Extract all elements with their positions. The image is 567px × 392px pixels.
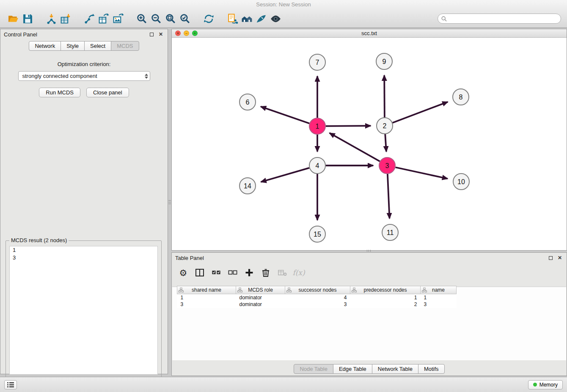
network-edge-2-9[interactable] <box>384 75 385 117</box>
open-file-icon[interactable] <box>6 11 20 26</box>
tab-network[interactable]: Network <box>29 41 61 51</box>
window-title: Session: New Session <box>0 0 567 9</box>
memory-status-dot <box>533 383 537 386</box>
settings-icon[interactable]: ⚙ <box>177 266 190 279</box>
column-header-successor-nodes[interactable]: successor nodes <box>285 286 350 294</box>
mcds-result-groupbox: MCDS result (2 nodes) 13 <box>6 240 162 378</box>
network-view-panel: scc.txt ✕ − + 7968124314101511 <box>171 29 567 251</box>
zoom-fit-icon[interactable] <box>163 11 178 26</box>
node-table-body: 1dominator4113dominator323 <box>177 294 457 308</box>
network-edge-1-2[interactable] <box>326 126 371 126</box>
mcds-result-item: 1 <box>10 246 157 254</box>
tab-select[interactable]: Select <box>84 41 111 51</box>
table-cell: 2 <box>350 301 421 308</box>
column-header-predecessor-nodes[interactable]: predecessor nodes <box>350 286 421 294</box>
network-node-14[interactable]: 14 <box>239 178 256 194</box>
network-node-6[interactable]: 6 <box>239 94 256 110</box>
zoom-window-icon[interactable]: + <box>192 30 198 36</box>
tab-style[interactable]: Style <box>61 41 85 51</box>
tab-edge-table[interactable]: Edge Table <box>333 364 372 374</box>
horizontal-splitter-handle[interactable] <box>362 250 375 252</box>
search-box[interactable] <box>438 14 561 24</box>
network-window-title: scc.txt <box>172 30 567 36</box>
network-edge-1-6[interactable] <box>261 107 309 124</box>
export-image-icon[interactable] <box>111 11 125 26</box>
toggle-visibility-icon[interactable] <box>268 11 283 26</box>
svg-text:4: 4 <box>316 162 319 169</box>
network-edge-4-14[interactable] <box>261 168 309 182</box>
close-table-panel-icon[interactable]: ✕ <box>556 254 563 261</box>
optimization-criterion-select[interactable]: strongly connected component <box>18 71 150 81</box>
table-cell: 3 <box>421 301 457 308</box>
zoom-out-icon[interactable] <box>149 11 163 26</box>
network-edge-3-10[interactable] <box>396 167 448 179</box>
mcds-result-title: MCDS result (2 nodes) <box>9 237 69 243</box>
network-edge-2-3[interactable] <box>385 134 386 152</box>
network-window-titlebar: scc.txt ✕ − + <box>172 29 567 38</box>
mcds-result-list[interactable]: 13 <box>9 246 158 375</box>
table-row[interactable]: 3dominator323 <box>177 301 457 308</box>
select-all-icon[interactable] <box>210 266 223 279</box>
node-table: shared nameMCDS rolesuccessor nodesprede… <box>177 286 457 308</box>
network-node-3[interactable]: 3 <box>379 157 395 174</box>
search-icon <box>441 16 447 22</box>
table-panel: Table Panel ✕ ⚙f(x) shared nameMCDS role… <box>171 252 567 376</box>
delete-row-icon[interactable] <box>259 266 272 279</box>
delete-table-icon <box>276 266 289 279</box>
search-input[interactable] <box>449 16 557 22</box>
svg-text:7: 7 <box>316 59 319 66</box>
import-network-from-file-icon[interactable] <box>44 11 58 26</box>
table-cell: 1 <box>177 294 236 301</box>
tab-network-table[interactable]: Network Table <box>372 364 418 374</box>
svg-text:15: 15 <box>314 231 321 238</box>
node-table-header-row: shared nameMCDS rolesuccessor nodesprede… <box>177 286 457 294</box>
network-node-15[interactable]: 15 <box>309 226 325 242</box>
task-history-button[interactable] <box>4 380 17 389</box>
tab-mcds[interactable]: MCDS <box>111 41 139 51</box>
deselect-all-icon[interactable] <box>226 266 239 279</box>
network-node-9[interactable]: 9 <box>376 53 392 69</box>
tab-motifs[interactable]: Motifs <box>418 364 445 374</box>
network-node-2[interactable]: 2 <box>377 118 393 134</box>
network-node-4[interactable]: 4 <box>309 157 325 174</box>
table-panel-tabs: Node TableEdge TableNetwork TableMotifs <box>172 364 567 374</box>
close-panel-button[interactable]: Close panel <box>86 88 129 97</box>
tab-node-table[interactable]: Node Table <box>294 364 333 374</box>
network-canvas[interactable]: 7968124314101511 <box>172 38 567 250</box>
run-mcds-button[interactable]: Run MCDS <box>39 88 80 97</box>
network-node-7[interactable]: 7 <box>309 54 325 70</box>
minimize-window-icon[interactable]: − <box>184 30 189 36</box>
zoom-in-icon[interactable] <box>135 11 149 26</box>
table-row[interactable]: 1dominator411 <box>177 294 457 301</box>
network-graph[interactable]: 7968124314101511 <box>172 38 567 250</box>
column-header-shared-name[interactable]: shared name <box>177 286 236 294</box>
column-header-mcds-role[interactable]: MCDS role <box>236 286 285 294</box>
vertical-splitter-handle[interactable] <box>168 195 171 209</box>
float-panel-icon[interactable] <box>148 31 155 38</box>
export-network-icon[interactable] <box>82 11 96 26</box>
export-table-icon[interactable] <box>96 11 111 26</box>
share-document-icon[interactable] <box>225 11 239 26</box>
network-edge-2-8[interactable] <box>393 102 448 123</box>
zoom-selected-icon[interactable] <box>178 11 192 26</box>
add-row-icon[interactable] <box>243 266 256 279</box>
column-header-label: name <box>432 287 445 293</box>
network-edge-3-11[interactable] <box>388 174 390 218</box>
toggle-columns-icon[interactable] <box>193 266 206 279</box>
network-edge-3-1[interactable] <box>330 133 380 161</box>
apply-visual-style-icon[interactable] <box>254 11 268 26</box>
column-header-name[interactable]: name <box>421 286 457 294</box>
memory-button[interactable]: Memory <box>528 380 563 389</box>
float-table-panel-icon[interactable] <box>547 254 554 261</box>
network-node-1[interactable]: 1 <box>309 118 325 134</box>
select-stepper-icon <box>145 72 148 80</box>
save-session-icon[interactable] <box>20 11 35 26</box>
network-node-10[interactable]: 10 <box>453 174 469 190</box>
network-overview-icon[interactable] <box>239 11 254 26</box>
import-table-from-file-icon[interactable] <box>58 11 73 26</box>
close-window-icon[interactable]: ✕ <box>175 30 181 36</box>
network-node-8[interactable]: 8 <box>453 89 469 105</box>
close-panel-icon[interactable]: ✕ <box>157 31 164 38</box>
refresh-view-icon[interactable] <box>201 11 216 26</box>
network-node-11[interactable]: 11 <box>382 224 398 240</box>
